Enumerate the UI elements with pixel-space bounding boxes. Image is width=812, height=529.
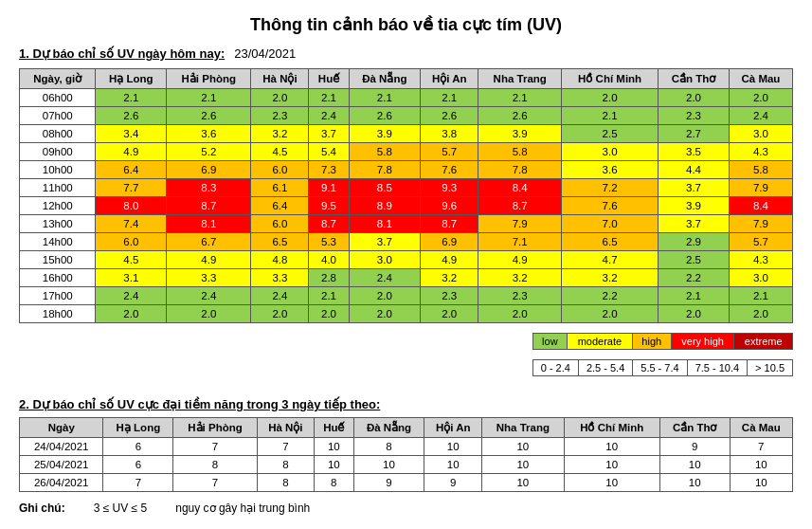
col-header: Huế bbox=[309, 69, 349, 89]
value-cell: 3.2 bbox=[251, 125, 309, 143]
value-cell: 3.9 bbox=[659, 197, 730, 215]
time-cell: 14h00 bbox=[20, 233, 96, 251]
page-title: Thông tin cảnh báo về tia cực tím (UV) bbox=[19, 14, 793, 35]
value-cell: 10 bbox=[730, 456, 792, 474]
value-cell: 3.5 bbox=[659, 143, 730, 161]
time-cell: 16h00 bbox=[20, 269, 96, 287]
value-cell: 6.0 bbox=[251, 161, 309, 179]
col-header: Hội An bbox=[424, 418, 482, 438]
table-row: 15h004.54.94.84.03.04.94.94.72.54.3 bbox=[20, 251, 793, 269]
value-cell: 3.1 bbox=[96, 269, 167, 287]
value-cell: 10 bbox=[564, 474, 659, 492]
value-cell: 2.6 bbox=[96, 107, 167, 125]
value-cell: 10 bbox=[482, 456, 565, 474]
value-cell: 5.7 bbox=[729, 233, 792, 251]
value-cell: 3.7 bbox=[659, 179, 730, 197]
value-cell: 3.7 bbox=[309, 125, 349, 143]
value-cell: 9.1 bbox=[309, 179, 349, 197]
value-cell: 2.1 bbox=[478, 89, 562, 107]
value-cell: 10 bbox=[482, 438, 565, 456]
value-cell: 3.0 bbox=[729, 269, 792, 287]
legend-area: lowmoderatehighvery highextreme 0 - 2.42… bbox=[19, 333, 793, 386]
value-cell: 7.1 bbox=[478, 233, 562, 251]
value-cell: 4.9 bbox=[421, 251, 478, 269]
table-row: 07h002.62.62.32.42.62.62.62.12.32.4 bbox=[20, 107, 793, 125]
value-cell: 2.3 bbox=[478, 287, 562, 305]
value-cell: 2.4 bbox=[167, 287, 251, 305]
value-cell: 2.1 bbox=[729, 287, 792, 305]
value-cell: 9 bbox=[353, 474, 424, 492]
value-cell: 2.1 bbox=[421, 89, 478, 107]
value-cell: 7.7 bbox=[96, 179, 167, 197]
value-cell: 6.9 bbox=[167, 161, 251, 179]
value-cell: 7 bbox=[257, 438, 314, 456]
value-cell: 8.1 bbox=[349, 215, 421, 233]
value-cell: 2.4 bbox=[729, 107, 792, 125]
value-cell: 4.9 bbox=[96, 143, 167, 161]
col-header: Hà Nội bbox=[257, 418, 314, 438]
value-cell: 9.3 bbox=[421, 179, 478, 197]
value-cell: 7 bbox=[730, 438, 792, 456]
value-cell: 8.1 bbox=[167, 215, 251, 233]
value-cell: 8 bbox=[257, 456, 314, 474]
table-row: 16h003.13.33.32.82.43.23.23.22.23.0 bbox=[20, 269, 793, 287]
value-cell: 4.9 bbox=[167, 251, 251, 269]
value-cell: 8 bbox=[353, 438, 424, 456]
value-cell: 5.8 bbox=[349, 143, 421, 161]
value-cell: 10 bbox=[659, 456, 730, 474]
note-meaning: nguy cơ gây hại trung bình bbox=[175, 502, 310, 515]
value-cell: 2.0 bbox=[478, 305, 562, 323]
value-cell: 2.0 bbox=[309, 305, 349, 323]
time-cell: 12h00 bbox=[20, 197, 96, 215]
col-header: Hạ Long bbox=[96, 69, 167, 89]
value-cell: 5.4 bbox=[309, 143, 349, 161]
table-row: 17h002.42.42.42.12.02.32.32.22.12.1 bbox=[20, 287, 793, 305]
col-header: Nha Trang bbox=[478, 69, 562, 89]
value-cell: 4.5 bbox=[96, 251, 167, 269]
table-row: 10h006.46.96.07.37.87.67.83.64.45.8 bbox=[20, 161, 793, 179]
notes-label: Ghi chú: bbox=[19, 502, 65, 515]
value-cell: 2.4 bbox=[251, 287, 309, 305]
value-cell: 9.5 bbox=[309, 197, 349, 215]
value-cell: 10 bbox=[564, 438, 659, 456]
value-cell: 10 bbox=[564, 456, 659, 474]
value-cell: 3.0 bbox=[349, 251, 421, 269]
value-cell: 6 bbox=[103, 456, 173, 474]
value-cell: 3.3 bbox=[167, 269, 251, 287]
value-cell: 2.5 bbox=[562, 125, 659, 143]
col-header: Hội An bbox=[421, 69, 478, 89]
value-cell: 10 bbox=[315, 438, 354, 456]
time-cell: 18h00 bbox=[20, 305, 96, 323]
col-header: Huế bbox=[315, 418, 354, 438]
value-cell: 5.7 bbox=[421, 143, 478, 161]
legend-range: 5.5 - 7.4 bbox=[633, 360, 687, 376]
value-cell: 8.7 bbox=[421, 215, 478, 233]
value-cell: 8 bbox=[315, 474, 354, 492]
col-header: Cần Thơ bbox=[659, 69, 730, 89]
value-cell: 2.1 bbox=[96, 89, 167, 107]
col-header: Nha Trang bbox=[482, 418, 565, 438]
value-cell: 5.8 bbox=[478, 143, 562, 161]
value-cell: 10 bbox=[353, 456, 424, 474]
legend-label: high bbox=[632, 334, 671, 350]
value-cell: 4.0 bbox=[309, 251, 349, 269]
legend-range: 2.5 - 5.4 bbox=[578, 360, 632, 376]
date-cell: 25/04/2021 bbox=[20, 456, 103, 474]
value-cell: 4.3 bbox=[729, 251, 792, 269]
value-cell: 3.0 bbox=[562, 143, 659, 161]
value-cell: 3.0 bbox=[729, 125, 792, 143]
col-header: Hạ Long bbox=[103, 418, 173, 438]
value-cell: 3.9 bbox=[349, 125, 421, 143]
value-cell: 4.7 bbox=[562, 251, 659, 269]
value-cell: 3.4 bbox=[96, 125, 167, 143]
table-row: 08h003.43.63.23.73.93.83.92.52.73.0 bbox=[20, 125, 793, 143]
value-cell: 3.7 bbox=[659, 215, 730, 233]
value-cell: 2.1 bbox=[562, 107, 659, 125]
value-cell: 2.0 bbox=[659, 305, 730, 323]
table-row: 18h002.02.02.02.02.02.02.02.02.02.0 bbox=[20, 305, 793, 323]
note-condition: 3 ≤ UV ≤ 5 bbox=[94, 502, 148, 515]
value-cell: 5.2 bbox=[167, 143, 251, 161]
value-cell: 2.0 bbox=[251, 89, 309, 107]
col-header: Đà Nẵng bbox=[353, 418, 424, 438]
value-cell: 2.0 bbox=[729, 305, 792, 323]
